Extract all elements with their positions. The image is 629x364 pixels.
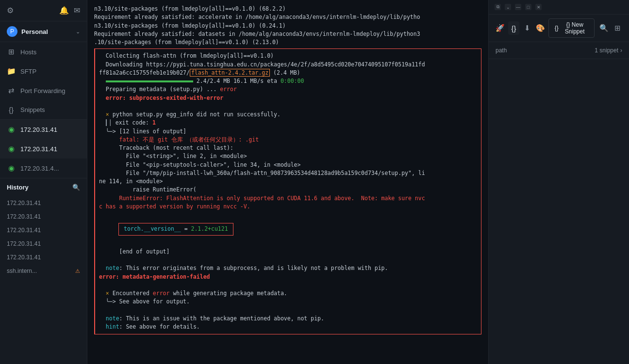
avatar: P	[7, 26, 17, 37]
new-snippet-label: {} New Snippet	[562, 21, 588, 35]
snippet-count: 1 snippet	[595, 47, 618, 54]
bell-icon[interactable]: 🔔	[59, 6, 69, 15]
connections-section: ◉ 172.20.31.41 ◉ 172.20.31.41 ◉ 172.20.3…	[0, 119, 87, 178]
history-search-icon[interactable]: 🔍	[72, 184, 80, 191]
history-item-2[interactable]: 172.20.31.41	[0, 210, 87, 223]
code-button[interactable]: {}	[508, 21, 520, 35]
window-controls-bar: ⧉ ⌄ — □ ✕	[489, 0, 629, 15]
search-button[interactable]: 🔍	[598, 21, 610, 35]
sidebar-top: ⚙ 🔔 ✉	[0, 0, 87, 21]
new-snippet-icon: {}	[555, 25, 559, 32]
history-item-4[interactable]: 172.20.31.41	[0, 237, 87, 251]
right-panel: ⧉ ⌄ — □ ✕ 🚀 {} ⬇ 🎨 {} {} New Snippet 🔍 ⊞…	[488, 0, 629, 364]
hosts-label: Hosts	[20, 48, 36, 56]
port-forwarding-label: Port Forwarding	[20, 87, 65, 95]
window-chevron-icon[interactable]: ⌄	[505, 4, 511, 10]
sidebar-item-port-forwarding[interactable]: ⇄ Port Forwarding	[0, 81, 87, 100]
snippets-label: Snippets	[20, 106, 45, 113]
connection-label-2: 172.20.31.41	[20, 145, 57, 153]
main-content: n3.10/site-packages (from lmdeploy[all]=…	[87, 0, 488, 364]
settings-icon[interactable]: ⚙	[7, 6, 14, 15]
connection-icon-2: ◉	[7, 144, 16, 153]
grid-button[interactable]: ⊞	[612, 21, 623, 35]
error-block: Collecting flash-attn (from lmdeploy[all…	[94, 48, 481, 334]
history-item-5[interactable]: 172.20.31.41	[0, 251, 87, 264]
history-header[interactable]: History 🔍	[0, 178, 87, 196]
connection-item-1[interactable]: ◉ 172.20.31.41	[0, 120, 87, 139]
rocket-button[interactable]: 🚀	[495, 21, 506, 35]
new-snippet-button[interactable]: {} {} New Snippet	[548, 18, 595, 38]
history-item-3[interactable]: 172.20.31.41	[0, 223, 87, 237]
right-panel-toolbar: 🚀 {} ⬇ 🎨 {} {} New Snippet 🔍 ⊞	[489, 15, 629, 42]
history-item-6[interactable]: ssh.intern... ⚠	[0, 264, 87, 278]
window-minimize-btn[interactable]: —	[515, 4, 521, 10]
download-button[interactable]: ⬇	[521, 21, 533, 35]
sidebar-item-sftp[interactable]: 📁 SFTP	[0, 62, 87, 81]
window-controls: ⧉ ⌄ — □ ✕	[495, 4, 542, 10]
history-item-1[interactable]: 172.20.31.41	[0, 196, 87, 210]
sftp-icon: 📁	[7, 67, 16, 76]
window-close-btn[interactable]: ✕	[535, 4, 542, 10]
connection-item-3[interactable]: ◉ 172.20.31.4...	[0, 158, 87, 178]
palette-button[interactable]: 🎨	[535, 21, 546, 35]
sidebar-top-icons: ⚙	[7, 6, 14, 15]
chevron-down-icon: ⌄	[76, 29, 80, 35]
hosts-icon: ⊞	[7, 47, 16, 56]
port-forwarding-icon: ⇄	[7, 86, 16, 95]
sidebar-account[interactable]: P Personal ⌄	[0, 21, 87, 42]
history-label: History	[7, 184, 29, 191]
connection-icon-3: ◉	[7, 164, 16, 173]
warning-icon: ⚠	[75, 268, 80, 274]
connection-label-3: 172.20.31.4...	[20, 165, 59, 172]
sidebar-top-right-icons: 🔔 ✉	[59, 6, 80, 15]
sidebar-item-snippets[interactable]: {} Snippets	[0, 100, 87, 119]
sidebar: ⚙ 🔔 ✉ P Personal ⌄ ⊞ Hosts 📁 SFTP ⇄ Port…	[0, 0, 87, 364]
window-maximize-btn[interactable]: □	[525, 4, 531, 10]
connection-item-2[interactable]: ◉ 172.20.31.41	[0, 139, 87, 158]
version-display: torch.__version__ = 2.1.2+cu121	[118, 223, 233, 235]
sidebar-item-hosts[interactable]: ⊞ Hosts	[0, 42, 87, 62]
history-section: History 🔍 172.20.31.41 172.20.31.41 172.…	[0, 178, 87, 278]
window-tile-icon[interactable]: ⧉	[495, 4, 501, 10]
terminal[interactable]: n3.10/site-packages (from lmdeploy[all]=…	[87, 0, 488, 364]
connection-icon-1: ◉	[7, 125, 16, 134]
snippet-header: path 1 snippet ›	[489, 42, 629, 59]
snippet-chevron-icon: ›	[620, 47, 622, 54]
mail-icon[interactable]: ✉	[74, 6, 80, 15]
account-label: Personal	[21, 28, 72, 35]
snippet-path-label: path	[496, 47, 507, 54]
sftp-label: SFTP	[20, 68, 36, 75]
snippets-icon: {}	[7, 106, 16, 114]
connection-label-1: 172.20.31.41	[20, 126, 57, 133]
